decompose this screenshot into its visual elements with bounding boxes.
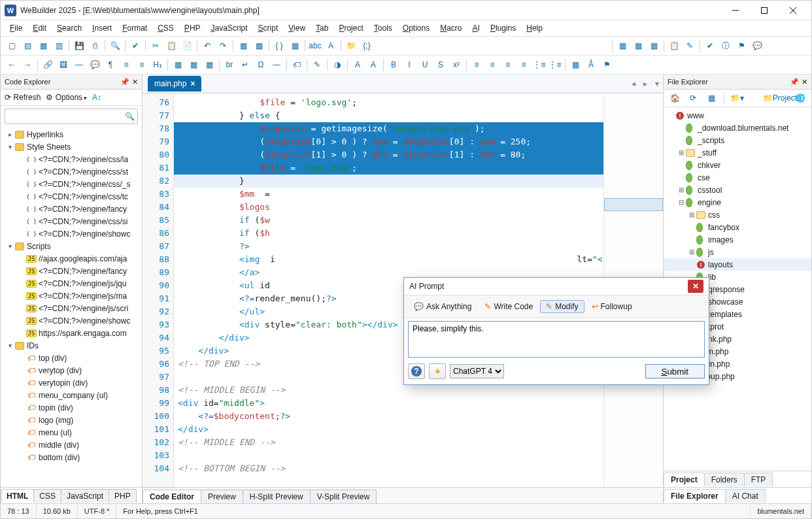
menu-php[interactable]: PHP (179, 22, 206, 34)
toolbar-button[interactable]: ← (5, 58, 19, 72)
tab-file-explorer[interactable]: File Explorer (664, 489, 726, 503)
tree-node[interactable]: JS<?=CDN;?>/engine/js/scri (3, 302, 142, 314)
toolbar-button[interactable]: ▦ (631, 39, 645, 53)
view-tab[interactable]: V-Split Preview (310, 490, 377, 503)
file-tree-node[interactable]: !layouts (664, 258, 811, 271)
tab-css[interactable]: CSS (33, 489, 61, 503)
toolbar-button[interactable] (485, 39, 499, 53)
toolbar-button[interactable]: { } (272, 39, 286, 53)
file-tree-node[interactable]: !www (664, 109, 811, 122)
dialog-tab-modify[interactable]: ✎ Modify (540, 300, 584, 313)
toolbar-button[interactable]: U (418, 58, 432, 72)
toolbar-button[interactable]: ▦ (647, 39, 661, 53)
folder-icon[interactable]: 📁▾ (730, 91, 744, 105)
tab-ftp[interactable]: FTP (744, 473, 773, 486)
home-icon[interactable]: 🏠 (668, 91, 682, 105)
tree-node[interactable]: 🏷middle (div) (3, 439, 142, 451)
tree-node[interactable]: { }<?=CDN;?>/engine/css/_s (3, 178, 142, 190)
toolbar-button[interactable] (454, 39, 468, 53)
toolbar-button[interactable]: 💬 (88, 58, 102, 72)
toolbar-button[interactable]: A (350, 58, 365, 72)
toolbar-button[interactable]: — (269, 58, 284, 72)
close-panel-icon[interactable]: ✕ (802, 78, 807, 86)
toolbar-button[interactable]: — (72, 58, 86, 72)
tree-node[interactable]: { }<?=CDN;?>/engine/fancy (3, 203, 142, 215)
menu-ai[interactable]: AI (467, 22, 485, 34)
toolbar-button[interactable]: x² (449, 58, 464, 72)
toolbar-button[interactable] (407, 39, 421, 53)
toolbar-button[interactable] (564, 39, 578, 53)
toolbar-button[interactable] (595, 39, 609, 53)
toolbar-button[interactable]: A (366, 58, 381, 72)
tree-node[interactable]: 🏷bottom (div) (3, 451, 142, 463)
toolbar-button[interactable] (516, 39, 531, 53)
toolbar-button[interactable]: B (386, 58, 401, 72)
toolbar-button[interactable]: ⋮≡ (532, 58, 547, 72)
menu-script[interactable]: Script (253, 22, 284, 34)
dialog-tab-ask-anything[interactable]: 💬 Ask Anything (408, 300, 477, 313)
close-icon[interactable]: × (190, 79, 195, 88)
help-button[interactable]: ? (408, 363, 425, 379)
toolbar-button[interactable]: ▦ (236, 39, 250, 53)
view-icon[interactable]: ▦ (704, 91, 719, 105)
refresh-button[interactable]: ⟳ Refresh (5, 93, 41, 102)
tab-javascript[interactable]: JavaScript (61, 489, 109, 503)
menu-file[interactable]: File (5, 22, 27, 34)
toolbar-button[interactable]: ≡ (485, 58, 499, 72)
tree-node[interactable]: 🏷topin (div) (3, 401, 142, 414)
file-tree-node[interactable]: _scripts (664, 134, 811, 146)
toolbar-button[interactable]: 🔗 (41, 58, 55, 72)
tree-node[interactable]: Hyperlinks (3, 128, 142, 141)
toolbar-button[interactable]: ¶ (103, 58, 118, 72)
favorite-button[interactable]: ★ (429, 363, 446, 379)
toolbar-button[interactable]: ▢ (5, 39, 19, 53)
pin-icon[interactable]: 📌 (790, 78, 799, 86)
tree-node[interactable]: JS<?=CDN;?>/engine/fancy (3, 265, 142, 277)
menu-format[interactable]: Format (117, 22, 152, 34)
globe-icon[interactable]: 🌐 (793, 91, 807, 105)
toolbar-button[interactable]: ▥ (52, 39, 66, 53)
toolbar-button[interactable] (391, 39, 405, 53)
search-input[interactable] (8, 110, 125, 123)
file-tree-node[interactable]: fancybox (664, 221, 811, 233)
toolbar-button[interactable]: 🏷 (290, 58, 304, 72)
refresh-icon[interactable]: ⟳ (686, 91, 700, 105)
tree-node[interactable]: { }<?=CDN;?>/engine/css/la (3, 153, 142, 165)
toolbar-button[interactable]: ▦ (202, 58, 216, 72)
view-tab[interactable]: H-Split Preview (243, 490, 311, 503)
file-tree-node[interactable]: ⊞_stuff (664, 146, 811, 159)
toolbar-button[interactable]: ⓘ (719, 39, 733, 53)
menu-javascript[interactable]: JavaScript (206, 22, 253, 34)
tab-project[interactable]: Project (664, 473, 705, 486)
menu-plugins[interactable]: Plugins (485, 22, 521, 34)
menu-project[interactable]: Project (333, 22, 368, 34)
submit-button[interactable]: Submit (645, 364, 705, 378)
tab-folders[interactable]: Folders (704, 473, 745, 486)
toolbar-button[interactable]: ⚑ (600, 58, 614, 72)
sort-button[interactable]: A↕ (92, 93, 101, 102)
code-explorer-tree[interactable]: HyperlinksStyle Sheets{ }<?=CDN;?>/engin… (1, 127, 142, 487)
code-explorer-search[interactable]: 🔍 (5, 109, 138, 124)
toolbar-button[interactable]: 📋 (164, 39, 178, 53)
menu-insert[interactable]: Insert (87, 22, 117, 34)
toolbar-button[interactable] (438, 39, 452, 53)
close-panel-icon[interactable]: ✕ (132, 78, 138, 86)
toolbar-button[interactable]: ↷ (216, 39, 230, 53)
dialog-tab-write-code[interactable]: ✎ Write Code (479, 300, 539, 313)
model-select[interactable]: ChatGPT 4 (450, 364, 504, 378)
menu-tools[interactable]: Tools (369, 22, 398, 34)
toolbar-button[interactable]: ↶ (200, 39, 214, 53)
dialog-close-button[interactable]: ✕ (688, 280, 703, 293)
toolbar-button[interactable]: 🖼 (56, 58, 71, 72)
tree-node[interactable]: JS<?=CDN;?>/engine/showc (3, 314, 142, 327)
toolbar-button[interactable]: abc (308, 39, 322, 53)
tree-node[interactable]: 🏷menu (ul) (3, 426, 142, 439)
menu-edit[interactable]: Edit (27, 22, 52, 34)
toolbar-button[interactable]: ✎ (310, 58, 324, 72)
menu-options[interactable]: Options (398, 22, 435, 34)
menu-view[interactable]: View (283, 22, 311, 34)
toolbar-button[interactable]: S (433, 58, 448, 72)
toolbar-button[interactable] (422, 39, 437, 53)
toolbar-button[interactable]: 📁 (344, 39, 358, 53)
tab-ai-chat[interactable]: AI Chat (725, 489, 766, 503)
